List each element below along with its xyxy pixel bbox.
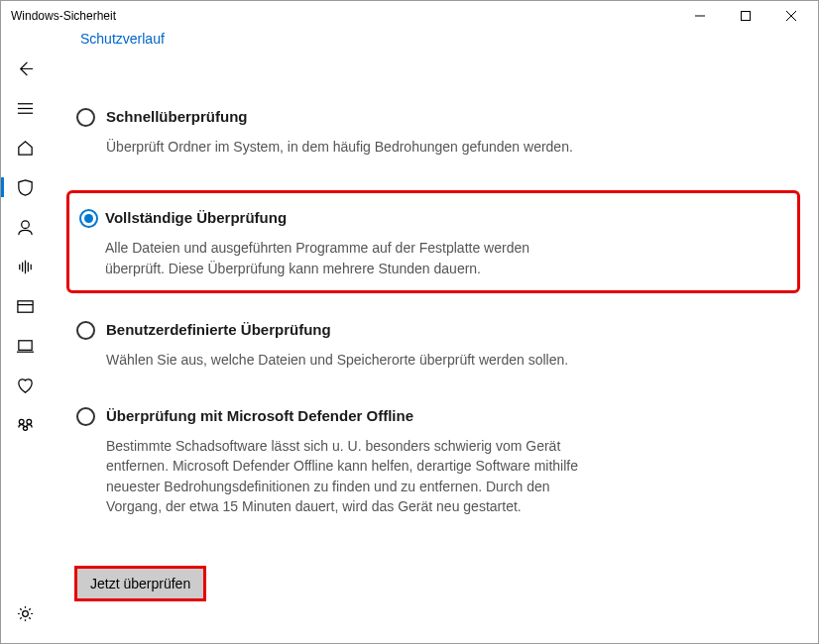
option-desc: Alle Dateien und ausgeführten Programme … [105,238,581,278]
option-title: Benutzerdefinierte Überprüfung [106,321,582,338]
back-button[interactable] [5,49,45,88]
radio-full[interactable] [79,209,98,228]
option-title: Schnellüberprüfung [106,108,582,125]
highlighted-option: Vollständige Überprüfung Alle Dateien un… [66,190,800,293]
scan-now-button[interactable]: Jetzt überprüfen [76,568,204,599]
scan-option-quick[interactable]: Schnellüberprüfung Überprüft Ordner im S… [76,104,790,161]
main-content: Schutzverlauf Schnellüberprüfung Überprü… [49,31,818,643]
app-browser-icon[interactable] [5,286,45,326]
option-desc: Wählen Sie aus, welche Dateien und Speic… [106,350,582,370]
window-title: Windows-Sicherheit [11,9,677,23]
home-icon[interactable] [5,128,45,167]
radio-offline[interactable] [76,407,95,426]
svg-point-13 [26,419,31,424]
sidebar [1,31,49,643]
minimize-button[interactable] [677,1,723,31]
window-controls [677,1,814,31]
family-icon[interactable] [5,405,45,445]
scan-option-full[interactable]: Vollständige Überprüfung Alle Dateien un… [75,205,791,282]
option-title: Überprüfung mit Microsoft Defender Offli… [106,407,582,424]
scan-option-offline[interactable]: Überprüfung mit Microsoft Defender Offli… [76,403,790,520]
shield-icon[interactable] [5,167,45,207]
scan-option-custom[interactable]: Benutzerdefinierte Überprüfung Wählen Si… [76,317,790,374]
health-icon[interactable] [5,366,45,405]
device-icon[interactable] [5,326,45,366]
svg-point-12 [19,419,24,424]
option-desc: Bestimmte Schadsoftware lässt sich u. U.… [106,436,582,516]
firewall-icon[interactable] [5,247,45,286]
option-desc: Überprüft Ordner im System, in dem häufi… [106,137,582,157]
svg-rect-8 [17,300,32,311]
titlebar: Windows-Sicherheit [1,1,818,31]
option-title: Vollständige Überprüfung [105,209,581,226]
account-icon[interactable] [5,207,45,247]
svg-rect-10 [18,340,31,350]
radio-quick[interactable] [76,108,95,127]
svg-point-7 [21,220,29,228]
maximize-button[interactable] [723,1,768,31]
close-button[interactable] [768,1,814,31]
svg-rect-1 [742,12,751,21]
settings-icon[interactable] [5,593,45,633]
protection-history-link[interactable]: Schutzverlauf [80,31,165,47]
radio-custom[interactable] [76,321,95,340]
svg-point-15 [22,610,28,616]
menu-button[interactable] [5,88,45,128]
